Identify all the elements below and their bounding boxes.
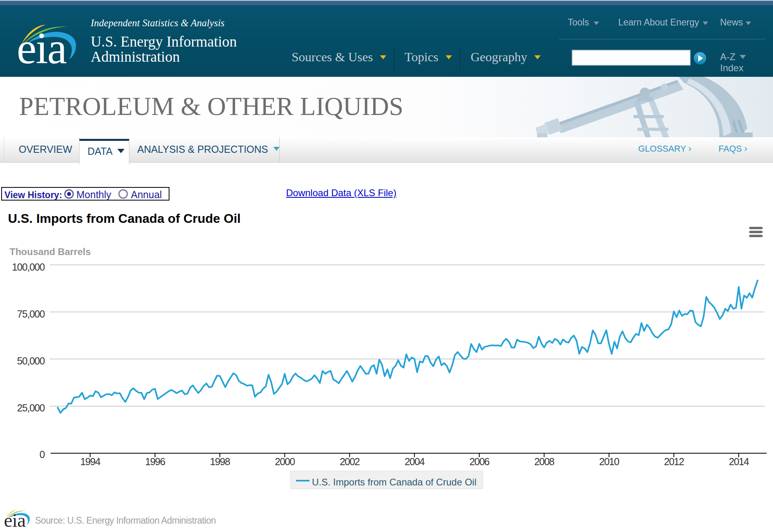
svg-text:2004: 2004 [405, 456, 425, 467]
svg-text:2012: 2012 [664, 456, 684, 467]
svg-text:1994: 1994 [80, 456, 101, 467]
svg-text:1998: 1998 [210, 456, 230, 467]
svg-text:25,000: 25,000 [17, 402, 45, 413]
svg-text:50,000: 50,000 [17, 355, 45, 366]
svg-text:1996: 1996 [145, 456, 165, 467]
svg-text:2006: 2006 [469, 456, 489, 467]
svg-text:2010: 2010 [599, 456, 619, 467]
svg-text:2002: 2002 [340, 456, 360, 467]
svg-text:2000: 2000 [275, 456, 295, 467]
svg-text:eia: eia [4, 509, 26, 530]
svg-text:75,000: 75,000 [17, 308, 45, 320]
svg-text:100,000: 100,000 [12, 261, 45, 273]
svg-text:2008: 2008 [534, 456, 554, 467]
svg-text:2014: 2014 [729, 456, 749, 467]
svg-text:0: 0 [39, 449, 45, 460]
